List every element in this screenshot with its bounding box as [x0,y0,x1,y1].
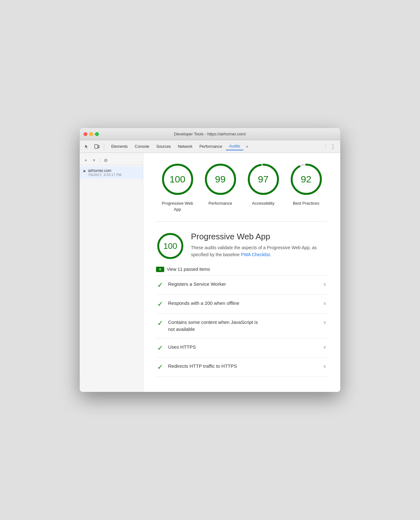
svg-rect-1 [98,146,99,148]
maximize-button[interactable] [95,132,99,136]
view-passed-button[interactable]: ▼ View 11 passed items [156,267,328,272]
view-passed-badge: ▼ [156,267,164,272]
audit-item-text: Contains some content when JavaScript is… [168,319,318,333]
pwa-score-number: 100 [163,241,177,251]
sidebar-item-arrow: ▶ [84,169,86,173]
audit-chevron-icon[interactable]: ∨ [323,345,326,350]
tab-elements[interactable]: Elements [108,143,131,150]
toolbar-divider-1 [104,143,104,150]
content-area: + × ⊘ ▶ airhorner.com 7/6/2017, 4:33:17 … [80,153,340,392]
audit-item: ✓ Contains some content when JavaScript … [156,314,328,339]
tab-network[interactable]: Network [175,143,196,150]
sidebar-toolbar: + × ⊘ [80,155,143,165]
audit-check-icon: ✓ [157,344,163,352]
audit-item: ✓ Registers a Service Worker ∨ [156,276,328,295]
tab-sources[interactable]: Sources [153,143,174,150]
score-label: Best Practices [293,201,319,206]
device-toggle-button[interactable] [92,142,101,151]
score-circle: 99 [203,162,238,197]
pwa-header: 100 Progressive Web App These audits val… [156,232,328,260]
score-item: 92 Best Practices [289,162,324,206]
sidebar-divider [100,158,100,163]
remove-audit-button[interactable]: × [91,157,98,164]
score-label: Progressive WebApp [162,201,193,212]
score-label: Accessibility [252,201,274,206]
sidebar-item-title: airhorner.com [88,168,140,173]
audit-chevron-icon[interactable]: ∨ [323,282,326,287]
score-label: Performance [208,201,232,206]
audit-item-text: Registers a Service Worker [168,281,318,288]
audit-chevron-icon[interactable]: ∨ [323,364,326,369]
svg-rect-0 [95,145,98,148]
score-item: 99 Performance [203,162,238,206]
pwa-section: 100 Progressive Web App These audits val… [156,232,328,383]
menu-button[interactable]: ⋮ [328,142,338,151]
score-circle: 97 [246,162,281,197]
pwa-description-after: . [270,252,271,257]
nav-tabs: Elements Console Sources Network Perform… [107,143,323,150]
score-number: 99 [215,174,226,185]
devtools-window: Developer Tools - https://airhorner.com/… [80,128,340,392]
tab-audits[interactable]: Audits [226,143,243,150]
close-button[interactable] [84,132,87,136]
passed-arrow-icon: ▼ [159,268,162,271]
audit-item: ✓ Responds with a 200 when offline ∨ [156,295,328,314]
audit-chevron-icon[interactable]: ∨ [323,301,326,306]
audit-item-text: Responds with a 200 when offline [168,300,318,307]
audit-check-icon: ✓ [157,363,163,371]
score-item: 100 Progressive WebApp [160,162,195,212]
score-circle: 100 [160,162,195,197]
toolbar-divider-2 [325,143,326,150]
toolbar: Elements Console Sources Network Perform… [80,140,340,153]
pwa-title-block: Progressive Web App These audits validat… [191,232,328,258]
pwa-description: These audits validate the aspects of a P… [191,244,328,258]
sidebar-item-content: airhorner.com 7/6/2017, 4:33:17 PM [88,168,140,177]
sidebar-item-subtitle: 7/6/2017, 4:33:17 PM [88,173,140,177]
audit-item: ✓ Redirects HTTP traffic to HTTPS ∨ [156,358,328,377]
window-title: Developer Tools - https://airhorner.com/ [174,132,246,136]
scores-row: 100 Progressive WebApp 99 Performance 97… [156,162,328,221]
tab-console[interactable]: Console [132,143,152,150]
traffic-lights [84,132,99,136]
audit-check-icon: ✓ [157,300,163,308]
audit-list: ✓ Registers a Service Worker ∨ ✓ Respond… [156,275,328,377]
score-number: 92 [301,174,311,185]
sidebar-audit-item[interactable]: ▶ airhorner.com 7/6/2017, 4:33:17 PM [80,167,143,179]
add-audit-button[interactable]: + [82,157,89,164]
pwa-checklist-link[interactable]: PWA Checklist [241,252,270,257]
audit-item: ✓ Uses HTTPS ∨ [156,339,328,358]
cursor-tool-button[interactable] [82,142,91,151]
tab-performance[interactable]: Performance [196,143,226,150]
pwa-title: Progressive Web App [191,232,328,242]
score-number: 100 [169,174,185,185]
score-number: 97 [258,174,268,185]
score-circle: 92 [289,162,324,197]
block-button[interactable]: ⊘ [102,157,109,164]
audit-check-icon: ✓ [157,319,163,327]
main-content: 100 Progressive WebApp 99 Performance 97… [143,153,340,392]
audit-chevron-icon[interactable]: ∨ [323,320,326,325]
sidebar: + × ⊘ ▶ airhorner.com 7/6/2017, 4:33:17 … [80,153,143,392]
audit-check-icon: ✓ [157,281,163,289]
titlebar: Developer Tools - https://airhorner.com/ [80,128,340,140]
audit-item-text: Uses HTTPS [168,344,318,351]
view-passed-label: View 11 passed items [167,267,210,272]
more-tabs-button[interactable]: » [244,143,250,150]
pwa-score-circle: 100 [156,232,185,260]
minimize-button[interactable] [89,132,93,136]
score-item: 97 Accessibility [246,162,281,206]
audit-item-text: Redirects HTTP traffic to HTTPS [168,363,318,370]
